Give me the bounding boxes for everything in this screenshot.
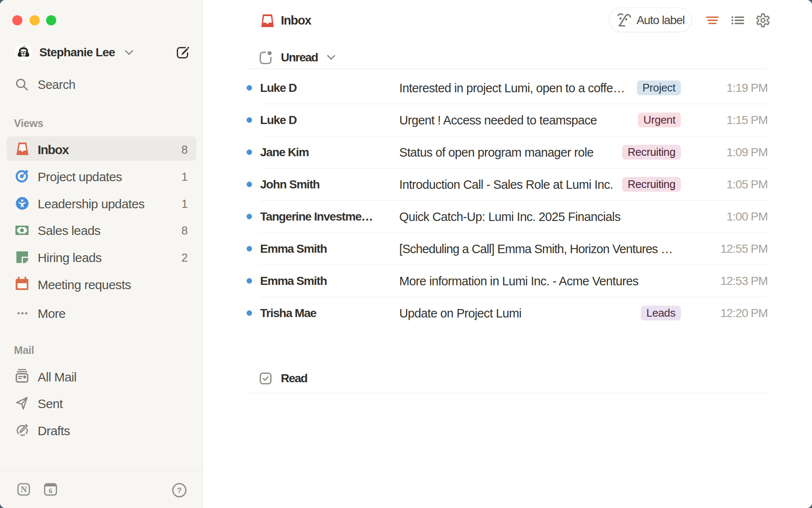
svg-text:6: 6 — [49, 487, 52, 495]
svg-text:?: ? — [177, 486, 182, 495]
svg-text:N: N — [21, 485, 27, 494]
